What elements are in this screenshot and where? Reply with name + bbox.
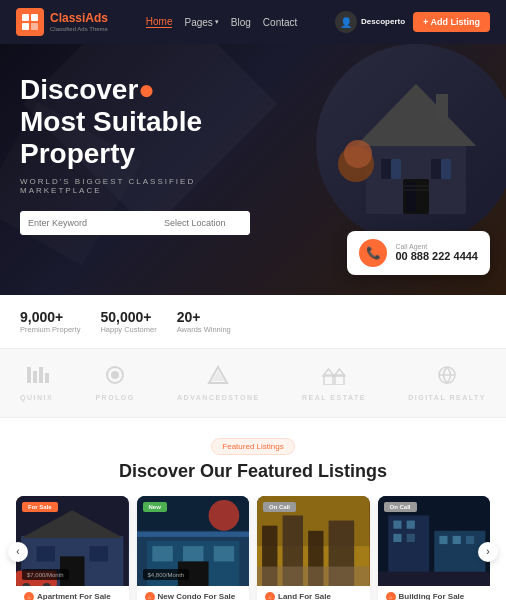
svg-rect-19 [33, 371, 37, 383]
listing-type-1: ⌂ Apartment For Sale [24, 592, 121, 600]
listings-next-button[interactable]: › [478, 542, 498, 562]
svg-rect-3 [31, 23, 38, 30]
logo[interactable]: ClassiAds Classified Ads Theme [16, 8, 108, 36]
keyword-input[interactable] [20, 211, 148, 235]
phone-icon: 📞 [359, 239, 387, 267]
svg-rect-1 [31, 14, 38, 21]
header-right: 👤 Descoperto + Add Listing [335, 11, 490, 33]
nav-contact[interactable]: Contact [263, 17, 297, 28]
digital-icon [436, 365, 458, 390]
featured-title: Discover Our Featured Listings [16, 461, 490, 482]
logo-text: ClassiAds [50, 12, 108, 25]
svg-rect-35 [36, 546, 54, 561]
svg-rect-62 [393, 533, 401, 541]
hero-dot: ● [138, 74, 155, 105]
prolog-name: Prolog [95, 394, 134, 401]
house-svg [336, 64, 496, 224]
digital-name: Digital Realty [408, 394, 486, 401]
hero-section: Discover● Most Suitable Property World's… [0, 44, 506, 295]
logo-tagline: Classified Ads Theme [50, 26, 108, 32]
pages-dropdown-arrow: ▾ [215, 18, 219, 26]
search-bar: 🔍 Search [20, 211, 250, 235]
badge-4: On Call [384, 502, 417, 512]
listings-wrapper: ‹ [16, 496, 490, 600]
badge-2: New [143, 502, 167, 512]
listing-info-2: ⌂ New Condo For Sale [137, 586, 250, 600]
svg-rect-21 [45, 373, 49, 383]
listing-img-1: For Sale $7,000/Month [16, 496, 129, 586]
house-circle [316, 44, 506, 244]
listings-grid: For Sale $7,000/Month ⌂ Apartment For Sa… [16, 496, 490, 600]
stat-property: 9,000+ Premium Property [20, 309, 80, 334]
nav-blog[interactable]: Blog [231, 17, 251, 28]
svg-rect-10 [441, 159, 451, 179]
listing-type-2: ⌂ New Condo For Sale [145, 592, 242, 600]
listing-dot-3: ⌂ [265, 592, 275, 600]
prolog-icon [104, 365, 126, 390]
svg-rect-17 [436, 94, 448, 124]
nav-home[interactable]: Home [146, 16, 173, 28]
svg-rect-2 [22, 23, 29, 30]
stats-section: 9,000+ Premium Property 50,000+ Happy Cu… [0, 295, 506, 348]
listing-card-3[interactable]: On Call ⌂ Land For Sale [257, 496, 370, 600]
brand-realestate: Real Estate [302, 365, 366, 401]
stat-awards-value: 20+ [177, 309, 231, 325]
listing-info-1: ⌂ Apartment For Sale [16, 586, 129, 600]
nav-pages[interactable]: Pages ▾ [184, 17, 218, 28]
advanced-icon [207, 365, 229, 390]
stat-property-value: 9,000+ [20, 309, 80, 325]
svg-point-49 [208, 500, 239, 531]
advanced-name: AdvancedStone [177, 394, 260, 401]
listing-type-4: ⌂ Building For Sale [386, 592, 483, 600]
svg-rect-8 [391, 159, 401, 179]
logo-icon [16, 8, 44, 36]
realestate-name: Real Estate [302, 394, 366, 401]
stat-customer-label: Happy Customer [100, 325, 156, 334]
listing-card-1[interactable]: For Sale $7,000/Month ⌂ Apartment For Sa… [16, 496, 129, 600]
listing-type-3: ⌂ Land For Sale [265, 592, 362, 600]
call-agent-card[interactable]: 📞 Call Agent 00 888 222 4444 [347, 231, 490, 275]
brand-prolog: Prolog [95, 365, 134, 401]
svg-rect-64 [439, 535, 447, 543]
listing-img-2: New $4,800/Month [137, 496, 250, 586]
svg-rect-63 [406, 533, 414, 541]
stat-awards: 20+ Awards Winning [177, 309, 231, 334]
price-1: $7,000/Month [22, 569, 69, 580]
brand-quinix: Quinix [20, 365, 53, 401]
user-account[interactable]: 👤 Descoperto [335, 11, 405, 33]
user-avatar: 👤 [335, 11, 357, 33]
listing-card-2[interactable]: New $4,800/Month ⌂ New Condo For Sale [137, 496, 250, 600]
stat-property-label: Premium Property [20, 325, 80, 334]
svg-rect-44 [137, 531, 250, 536]
svg-marker-6 [356, 84, 476, 146]
listings-prev-button[interactable]: ‹ [8, 542, 28, 562]
brand-digital: Digital Realty [408, 365, 486, 401]
listing-card-4[interactable]: On Call ⌂ Building For Sale [378, 496, 491, 600]
svg-rect-36 [90, 546, 108, 561]
listing-info-3: ⌂ Land For Sale [257, 586, 370, 600]
stat-customer: 50,000+ Happy Customer [100, 309, 156, 334]
user-name: Descoperto [361, 17, 405, 27]
stat-awards-label: Awards Winning [177, 325, 231, 334]
svg-point-16 [344, 140, 372, 168]
svg-rect-65 [452, 535, 460, 543]
header: ClassiAds Classified Ads Theme Home Page… [0, 0, 506, 44]
realestate-icon [322, 365, 346, 390]
call-number: 00 888 222 4444 [395, 250, 478, 262]
price-2: $4,800/Month [143, 569, 190, 580]
brand-advanced: AdvancedStone [177, 365, 260, 401]
listing-dot-4: ⌂ [386, 592, 396, 600]
listing-dot-2: ⌂ [145, 592, 155, 600]
location-input[interactable] [156, 211, 250, 235]
hero-content: Discover● Most Suitable Property World's… [20, 74, 250, 235]
svg-rect-0 [22, 14, 29, 21]
hero-title: Discover● Most Suitable Property [20, 74, 250, 171]
svg-rect-60 [393, 520, 401, 528]
featured-section: Featured Listings Discover Our Featured … [0, 418, 506, 600]
listing-img-3: On Call [257, 496, 370, 586]
svg-rect-18 [27, 367, 31, 383]
listing-dot-1: ⌂ [24, 592, 34, 600]
svg-rect-67 [378, 571, 491, 585]
listing-img-4: On Call [378, 496, 491, 586]
add-listing-button[interactable]: + Add Listing [413, 12, 490, 32]
